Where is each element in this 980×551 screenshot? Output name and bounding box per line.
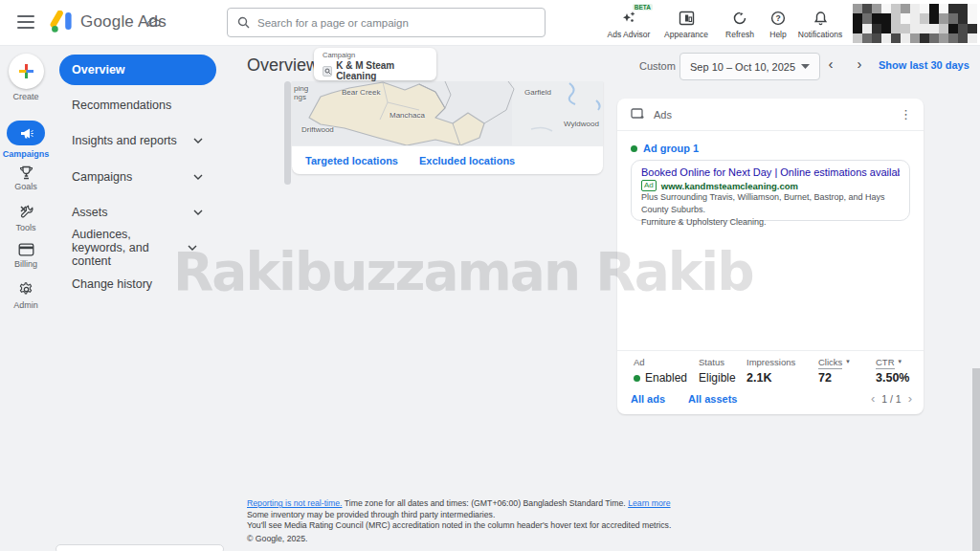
chevron-down-icon (193, 209, 203, 215)
rail-item-billing[interactable] (16, 240, 35, 259)
date-next-button[interactable]: › (850, 55, 869, 72)
status-dot (631, 145, 637, 152)
ads-card: Ads ⋮ Ad group 1 Booked Online for Next … (617, 99, 924, 414)
stats-header-clicks[interactable]: Clicks ▼ (818, 357, 851, 367)
chevron-down-icon (193, 138, 203, 143)
ad-badge: Ad (641, 180, 657, 191)
rail-label-tools: Tools (0, 223, 52, 232)
stats-header-ad: Ad (634, 357, 645, 367)
beta-badge: BETA (633, 4, 653, 11)
all-ads-link[interactable]: All ads (631, 393, 665, 405)
ads-advisor-button[interactable]: BETA Ads Advisor (599, 9, 658, 43)
ad-preview[interactable]: Booked Online for Next Day | Online esti… (631, 160, 910, 221)
create-button[interactable] (9, 54, 44, 89)
gear-icon (18, 281, 34, 298)
nav-item-recommendations[interactable]: Recommendations (59, 98, 216, 113)
ad-group-link[interactable]: Ad group 1 (631, 143, 699, 154)
map-label-driftwood: Driftwood (301, 125, 334, 134)
stats-header-ctr[interactable]: CTR ▼ (876, 357, 902, 367)
stats-value-impressions: 2.1K (746, 371, 771, 385)
targeted-locations-link[interactable]: Targeted locations (305, 155, 398, 166)
ad-description-1: Plus Surrounding Travis, Williamson, Bur… (641, 191, 900, 216)
nav-item-audiences-keywords-content[interactable]: Audiences, keywords, and content (59, 232, 216, 263)
footer-line-2: Some inventory may be provided through t… (247, 510, 671, 521)
clipped-panel-edge (56, 544, 224, 551)
rail-label-admin: Admin (0, 300, 52, 310)
targeted-locations-map[interactable]: ping ngs Bear Creek Manchaca Driftwood G… (292, 81, 603, 145)
billing-card-icon (18, 243, 34, 256)
dropdown-caret-icon (801, 64, 810, 69)
overflow-menu-icon[interactable]: ⋮ (900, 110, 912, 120)
nav-item-change-history[interactable]: Change history (59, 276, 216, 292)
redacted-account-info (853, 4, 977, 43)
stats-value-ctr: 3.50% (876, 371, 909, 385)
scope-label: Campaign (323, 51, 428, 59)
footer-disclaimer: Reporting is not real-time. Time zone fo… (247, 498, 671, 532)
map-label-partial-1: ping (294, 84, 308, 93)
bell-icon (791, 9, 850, 27)
rail-item-tools[interactable] (16, 202, 35, 221)
map-label-wyldwood: Wyldwood (564, 120, 599, 128)
trophy-icon (18, 165, 34, 181)
rail-label-create: Create (0, 92, 52, 101)
search-icon (237, 16, 250, 29)
cloud-status-icon (146, 16, 161, 28)
campaign-scope-chip[interactable]: Campaign K & M Steam Cleaning (314, 48, 436, 80)
page-scrollbar-thumb[interactable] (972, 368, 980, 551)
learn-more-link[interactable]: Learn more (628, 498, 670, 508)
nav-item-overview[interactable]: Overview (59, 55, 216, 85)
ad-headline: Booked Online for Next Day | Online esti… (641, 166, 900, 178)
footer-line-3: You'll see Media Rating Council (MRC) ac… (247, 520, 671, 532)
ad-display-url: www.kandmsteamcleaning.com (661, 181, 798, 191)
svg-text:?: ? (775, 13, 780, 23)
ad-description-2: Furniture & Upholstery Cleaning. (641, 216, 900, 229)
page-indicator: 1 / 1 (881, 393, 901, 405)
appearance-button[interactable]: Appearance (657, 9, 716, 43)
stats-header-status: Status (699, 357, 724, 367)
content-scrollbar-thumb[interactable] (284, 81, 291, 185)
page-prev-icon[interactable]: ‹ (871, 394, 875, 404)
top-app-bar: Google Ads BETA Ads Advisor Appearance R… (0, 0, 980, 46)
excluded-locations-link[interactable]: Excluded locations (419, 155, 515, 166)
plus-icon (18, 63, 34, 79)
map-label-garfield: Garfield (524, 88, 551, 97)
rail-label-campaigns: Campaigns (0, 149, 52, 159)
appearance-icon (657, 9, 716, 27)
nav-item-insights-reports[interactable]: Insights and reports (59, 133, 216, 148)
megaphone-icon (19, 127, 33, 140)
enabled-dot (634, 375, 640, 382)
search-input[interactable] (257, 17, 535, 29)
rail-label-billing: Billing (0, 259, 52, 269)
scope-value: K & M Steam Cleaning (336, 60, 428, 81)
page-next-icon[interactable]: › (908, 394, 912, 404)
page-title: Overview (247, 55, 319, 76)
all-assets-link[interactable]: All assets (688, 393, 737, 405)
reporting-link[interactable]: Reporting is not real-time. (247, 498, 342, 508)
rail-item-campaigns[interactable] (7, 121, 45, 145)
notifications-button[interactable]: Notifications (791, 9, 850, 43)
stats-value-ad-status: Enabled (634, 371, 687, 385)
show-last-30-days-link[interactable]: Show last 30 days (879, 59, 969, 71)
sort-arrow-icon: ▼ (897, 359, 902, 364)
nav-item-assets[interactable]: Assets (59, 205, 216, 220)
rail-item-goals[interactable] (16, 163, 35, 182)
locations-map-card: ping ngs Bear Creek Manchaca Driftwood G… (292, 81, 603, 174)
sort-arrow-icon: ▼ (845, 359, 851, 364)
nav-item-campaigns[interactable]: Campaigns (59, 169, 216, 185)
campaign-scope-icon (323, 66, 332, 77)
rail-label-goals: Goals (0, 182, 52, 191)
date-range-type: Custom (639, 60, 676, 72)
stats-header-impressions: Impressions (746, 357, 795, 367)
sparkle-icon (599, 9, 658, 27)
ads-card-title: Ads (654, 109, 900, 121)
rail-item-admin[interactable] (16, 279, 35, 298)
stats-value-clicks: 72 (818, 371, 832, 385)
ads-icon (631, 108, 645, 121)
date-range-selector[interactable]: Sep 10 – Oct 10, 2025 (679, 53, 820, 80)
map-label-bear-creek: Bear Creek (342, 88, 380, 97)
menu-icon[interactable] (17, 15, 34, 29)
tools-icon (18, 204, 34, 220)
global-search[interactable] (227, 8, 546, 37)
date-prev-button[interactable]: ‹ (821, 55, 840, 72)
map-label-partial-2: ngs (294, 93, 306, 101)
